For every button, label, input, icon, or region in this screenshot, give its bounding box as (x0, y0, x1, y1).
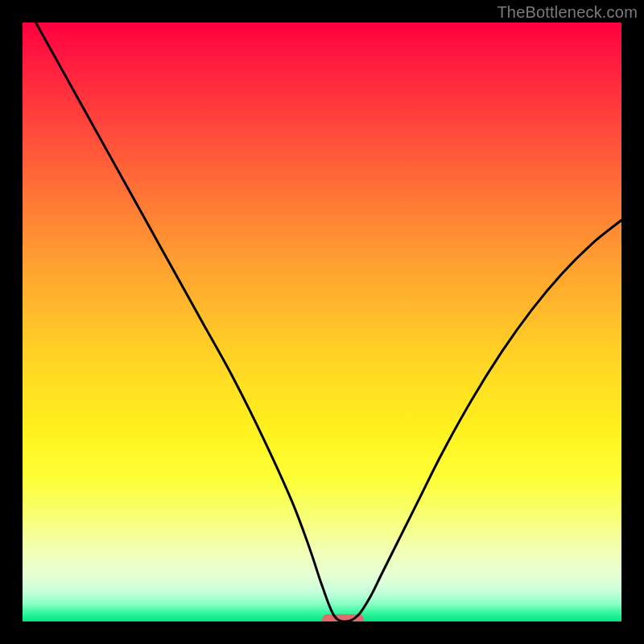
plot-area (23, 23, 621, 621)
bottleneck-curve (23, 23, 621, 621)
watermark-text: TheBottleneck.com (497, 3, 638, 22)
chart-frame: TheBottleneck.com (0, 0, 644, 644)
